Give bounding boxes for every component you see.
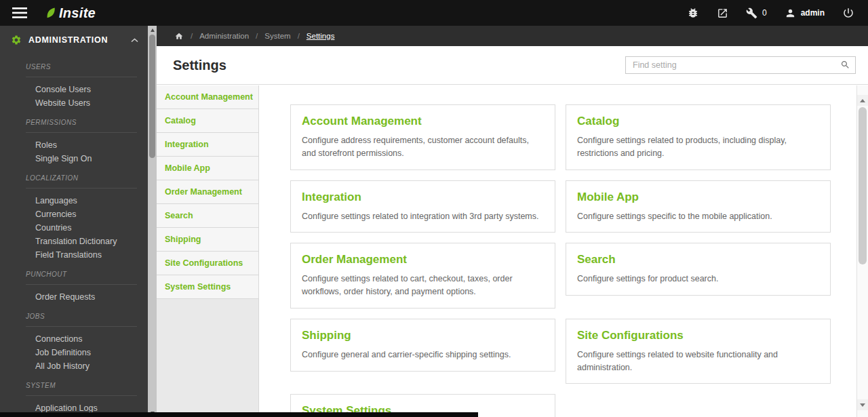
sidebar-item-languages[interactable]: Languages [0, 194, 148, 207]
breadcrumb-separator: / [191, 32, 193, 40]
card-account-management[interactable]: Account Management Configure address req… [290, 104, 555, 170]
card-title[interactable]: Search [577, 253, 819, 266]
sidebar-item-translation-dictionary[interactable]: Translation Dictionary [0, 235, 148, 248]
breadcrumb-separator: / [298, 32, 300, 40]
card-order-management[interactable]: Order Management Configure settings rela… [290, 243, 555, 309]
settings-subnav: Account Management Catalog Integration M… [157, 85, 259, 417]
breadcrumb: / Administration / System / Settings [157, 26, 868, 46]
card-site-configurations[interactable]: Site Configurations Configure settings r… [566, 319, 831, 384]
subnav-item-site-configurations[interactable]: Site Configurations [157, 252, 258, 275]
subnav-item-mobile-app[interactable]: Mobile App [157, 157, 258, 180]
subnav-item-account-management[interactable]: Account Management [157, 85, 258, 109]
topbar-actions: 0 admin [687, 7, 868, 19]
card-search[interactable]: Search Configure settings for product se… [566, 243, 831, 296]
card-description: Configure settings related to integratio… [302, 210, 544, 223]
sidebar-group-label: USERS [26, 63, 137, 77]
settings-content: Account Management Catalog Integration M… [157, 85, 868, 417]
scroll-down-icon[interactable] [857, 399, 868, 410]
chevron-up-icon[interactable] [131, 38, 138, 43]
subnav-item-search[interactable]: Search [157, 204, 258, 228]
card-description: Configure settings specific to the mobil… [577, 210, 819, 223]
wrench-count: 0 [762, 8, 767, 18]
wrench-button[interactable]: 0 [746, 7, 767, 19]
user-menu[interactable]: admin [785, 7, 825, 19]
card-title[interactable]: Catalog [577, 115, 819, 128]
sidebar-group-label: PUNCHOUT [26, 271, 137, 285]
search-input[interactable] [625, 56, 856, 74]
user-label: admin [801, 8, 825, 18]
sidebar-scrollbar-thumb[interactable] [149, 35, 155, 158]
subnav-item-integration[interactable]: Integration [157, 133, 258, 157]
card-title[interactable]: Account Management [302, 115, 544, 128]
card-title[interactable]: Shipping [302, 329, 544, 342]
card-description: Configure settings related to website fu… [577, 349, 819, 374]
hamburger-menu-icon[interactable] [12, 7, 27, 18]
insite-logo: Insite [45, 5, 96, 21]
sidebar-group-label: SYSTEM [26, 382, 137, 396]
card-title[interactable]: Mobile App [577, 191, 819, 204]
user-icon [785, 7, 796, 19]
card-title[interactable]: Order Management [302, 253, 544, 266]
bug-icon[interactable] [687, 7, 699, 19]
card-description: Configure settings related to cart, chec… [302, 273, 544, 298]
breadcrumb-administration[interactable]: Administration [199, 32, 249, 40]
card-mobile-app[interactable]: Mobile App Configure settings specific t… [566, 180, 831, 233]
subnav-item-system-settings[interactable]: System Settings [157, 275, 258, 299]
card-title[interactable]: Site Configurations [577, 329, 819, 342]
bottom-bar [0, 412, 478, 417]
sidebar-item-order-requests[interactable]: Order Requests [0, 290, 148, 304]
sidebar-item-website-users[interactable]: Website Users [0, 96, 148, 110]
sidebar-group-permissions: PERMISSIONS Roles Single Sign On [0, 119, 148, 165]
sidebar-group-label: LOCALIZATION [26, 174, 137, 188]
sidebar-group-label: PERMISSIONS [26, 119, 137, 133]
card-description: Configure general and carrier-specific s… [302, 349, 544, 361]
home-icon[interactable] [174, 32, 184, 41]
sidebar-item-job-definitions[interactable]: Job Definitions [0, 346, 148, 359]
open-new-window-icon[interactable] [717, 7, 728, 19]
sidebar-item-field-translations[interactable]: Field Translations [0, 248, 148, 262]
sidebar-item-single-sign-on[interactable]: Single Sign On [0, 152, 148, 165]
sidebar-group-punchout: PUNCHOUT Order Requests [0, 271, 148, 304]
gear-icon [11, 35, 22, 45]
subnav-item-shipping[interactable]: Shipping [157, 228, 258, 252]
page-title: Settings [173, 58, 226, 73]
search-icon[interactable] [840, 60, 850, 73]
card-catalog[interactable]: Catalog Configure settings related to pr… [566, 104, 831, 170]
content-scrollbar[interactable] [856, 85, 868, 417]
sidebar-group-localization: LOCALIZATION Languages Currencies Countr… [0, 174, 148, 262]
card-title[interactable]: Integration [302, 191, 544, 204]
scroll-up-icon[interactable] [857, 95, 868, 106]
subnav-item-catalog[interactable]: Catalog [157, 109, 258, 133]
subnav-item-order-management[interactable]: Order Management [157, 180, 258, 204]
card-shipping[interactable]: Shipping Configure general and carrier-s… [290, 319, 555, 372]
sidebar-group-jobs: JOBS Connections Job Definitions All Job… [0, 313, 148, 373]
card-description: Configure settings for product search. [577, 273, 819, 285]
sidebar-title: ADMINISTRATION [28, 35, 108, 45]
sidebar-item-currencies[interactable]: Currencies [0, 207, 148, 221]
topbar: Insite 0 admin [0, 0, 868, 26]
sidebar-item-countries[interactable]: Countries [0, 221, 148, 235]
sidebar-scrollbar[interactable] [148, 26, 157, 417]
breadcrumb-system[interactable]: System [264, 32, 290, 40]
settings-cards: Account Management Configure address req… [259, 85, 856, 417]
sidebar-item-all-job-history[interactable]: All Job History [0, 359, 148, 373]
logo-text: Insite [59, 5, 96, 21]
card-integration[interactable]: Integration Configure settings related t… [290, 180, 555, 233]
breadcrumb-separator: / [256, 32, 258, 40]
card-description: Configure address requirements, customer… [302, 134, 544, 160]
sidebar-item-console-users[interactable]: Console Users [0, 83, 148, 96]
sidebar-item-connections[interactable]: Connections [0, 332, 148, 346]
main-area: / Administration / System / Settings Set… [157, 26, 868, 417]
sidebar: ADMINISTRATION USERS Console Users Websi… [0, 26, 148, 417]
power-icon[interactable] [842, 7, 854, 19]
leaf-icon [45, 7, 57, 19]
scroll-up-icon[interactable] [148, 26, 157, 34]
sidebar-group-users: USERS Console Users Website Users [0, 63, 148, 110]
wrench-icon [746, 7, 757, 19]
sidebar-group-label: JOBS [26, 313, 137, 327]
sidebar-item-roles[interactable]: Roles [0, 138, 148, 152]
setting-search [625, 56, 856, 74]
breadcrumb-settings[interactable]: Settings [307, 32, 335, 40]
sidebar-header[interactable]: ADMINISTRATION [0, 26, 148, 54]
content-scrollbar-thumb[interactable] [859, 107, 867, 264]
